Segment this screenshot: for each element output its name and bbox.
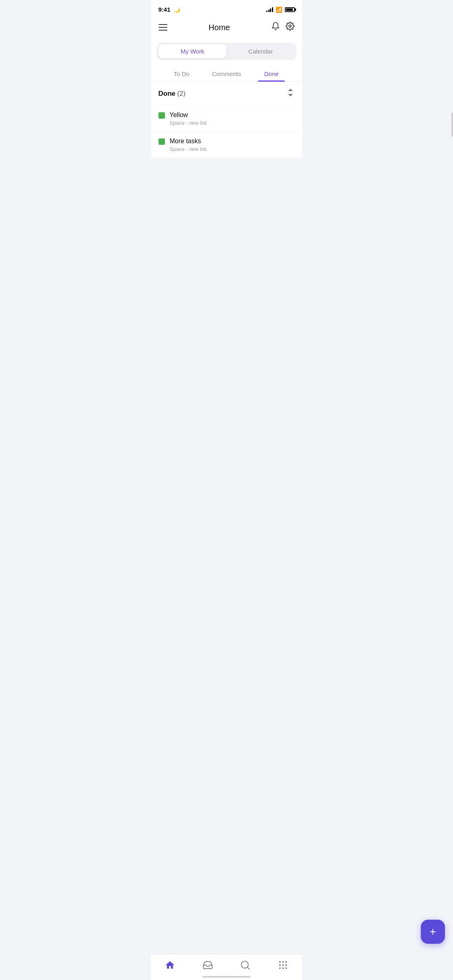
tab-done[interactable]: Done: [249, 66, 294, 81]
chevron-right-icon: ›: [186, 121, 187, 126]
task-info: Yellow Space › new list: [170, 111, 295, 126]
task-color-indicator: [159, 112, 165, 119]
svg-point-0: [289, 25, 292, 27]
page-title: Home: [208, 23, 230, 32]
tab-pill-container: My Work Calendar: [157, 43, 297, 60]
wifi-icon: 📶: [276, 6, 282, 13]
status-time: 9:41: [159, 6, 171, 13]
task-breadcrumb: Space › new list: [170, 146, 295, 152]
done-title: Done: [159, 90, 176, 97]
sort-icon[interactable]: [286, 88, 295, 99]
table-row[interactable]: Yellow Space › new list: [151, 106, 302, 132]
status-bar: 9:41 🌙 📶: [151, 0, 302, 18]
battery-icon: [285, 7, 295, 12]
table-row[interactable]: More tasks Space › new list: [151, 132, 302, 158]
breadcrumb-space: Space: [170, 146, 185, 152]
breadcrumb-list: new list: [189, 146, 206, 152]
tab-todo[interactable]: To Do: [159, 66, 204, 81]
tab-my-work[interactable]: My Work: [159, 44, 227, 58]
notification-bell-icon[interactable]: [271, 22, 280, 33]
task-name: More tasks: [170, 138, 295, 145]
breadcrumb-space: Space: [170, 120, 185, 126]
tab-comments[interactable]: Comments: [204, 66, 249, 81]
menu-button[interactable]: [159, 24, 167, 31]
task-color-indicator: [159, 138, 165, 145]
app-header: Home: [151, 18, 302, 39]
moon-icon: 🌙: [174, 7, 180, 13]
done-task-list: Yellow Space › new list More tasks Space…: [151, 106, 302, 158]
task-breadcrumb: Space › new list: [170, 120, 295, 126]
tab-calendar[interactable]: Calendar: [226, 44, 295, 58]
main-content: Done (2) Yellow Space › new list: [151, 82, 302, 323]
breadcrumb-list: new list: [189, 120, 206, 126]
task-name: Yellow: [170, 111, 295, 119]
signal-icon: [266, 7, 273, 12]
sub-tab-bar: To Do Comments Done: [151, 66, 302, 82]
status-time-area: 9:41 🌙: [159, 6, 180, 13]
task-info: More tasks Space › new list: [170, 138, 295, 152]
header-actions: [271, 22, 294, 33]
settings-gear-icon[interactable]: [286, 22, 294, 33]
status-icons: 📶: [266, 6, 295, 13]
top-tab-switcher: My Work Calendar: [151, 39, 302, 66]
chevron-right-icon: ›: [186, 147, 187, 152]
done-section-header: Done (2): [151, 82, 302, 105]
section-title-area: Done (2): [159, 90, 186, 98]
done-count: (2): [177, 90, 185, 97]
